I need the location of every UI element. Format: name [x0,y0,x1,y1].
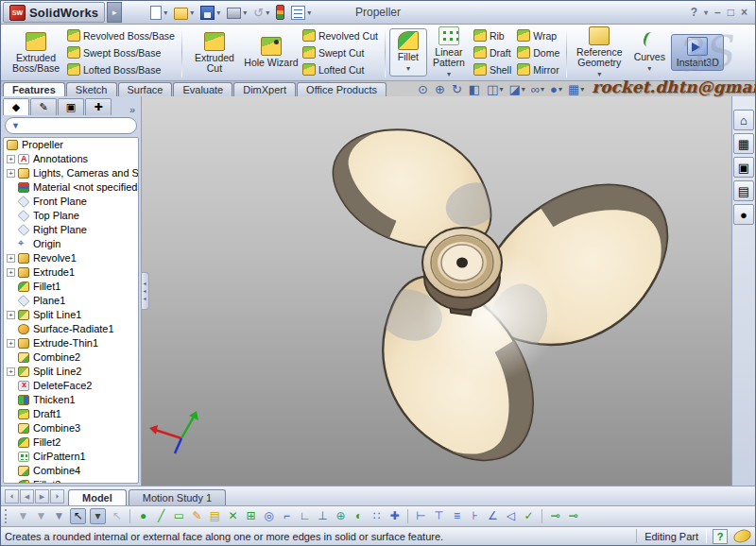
study-tab[interactable]: Motion Study 1 [129,489,226,505]
tree-item[interactable]: Combine3 [4,421,138,435]
sketch-line[interactable]: ╱ [154,509,168,523]
view-palette-icon[interactable]: ▤ [733,180,754,201]
quick-tips-icon[interactable]: ? [713,529,728,544]
options-button[interactable] [274,4,286,21]
command-tab[interactable]: Sketch [66,82,117,96]
instant3d-button[interactable]: Instant3D [671,34,724,71]
tree-item[interactable]: Surface-Radiate1 [4,322,138,336]
curves-dropdown-icon[interactable]: ▾ [647,63,651,74]
properties-button[interactable]: ▾ [289,5,313,21]
smart-dimension[interactable]: ⌐ [280,509,294,523]
command-tab[interactable]: Features [3,82,65,96]
tree-item[interactable]: Propeller [4,138,138,152]
feature-filter-input[interactable]: ▼ [5,117,137,133]
expand-toggle[interactable] [7,254,15,263]
tree-item[interactable]: Annotations [4,152,138,166]
path-dimension[interactable]: ◁ [504,509,518,523]
tree-item[interactable]: DeleteFace2 [4,379,138,393]
extruded-boss-base-button[interactable]: Extruded Boss/Base [8,30,64,76]
display-style-icon[interactable]: ◪ ▾ [508,83,524,95]
tree-item[interactable]: Fillet2 [4,435,138,450]
rib-button[interactable]: Rib [471,27,514,43]
propeller-model[interactable] [142,96,731,486]
sketch-point[interactable]: ● [136,509,150,523]
filter-faces[interactable]: ▼ [52,509,66,523]
command-tab[interactable]: Evaluate [173,82,232,96]
reference-geometry-button[interactable]: Reference Geometry ▾ [571,25,627,81]
expand-toggle[interactable] [7,169,15,178]
tree-item[interactable]: Fillet1 [4,280,138,294]
close-button[interactable]: × [741,6,747,19]
filter-edges[interactable]: ▼ [34,509,48,523]
zoom-to-fit-icon[interactable]: ⊙ [418,83,429,95]
attach-dimension[interactable]: ⊸ [548,509,562,523]
horizontal-dimension[interactable]: ⊢ [414,509,428,523]
offset-entities[interactable]: ◎ [262,509,276,523]
section-view-icon[interactable]: ◧ [469,83,481,95]
revolved-cut-button[interactable]: Revolved Cut [300,27,381,43]
display-relations[interactable]: ⊕ [334,509,348,523]
draft-button[interactable]: Draft [471,44,514,60]
lofted-cut-button[interactable]: Lofted Cut [300,61,381,77]
edit-appearance-icon[interactable]: ● ▾ [550,83,562,95]
new-document-button[interactable]: ▾ [148,5,169,21]
tree-item[interactable]: Revolve1 [4,251,138,265]
angle-dimension[interactable]: ∠ [486,509,500,523]
solidworks-resources-icon[interactable]: ⌂ [733,110,754,130]
save-button[interactable]: ▾ [198,5,222,21]
select-tool[interactable]: ↖ [70,508,86,524]
dropdown-arrow-icon[interactable]: ▾ [216,9,220,17]
detach-dimension[interactable]: ⊸ [566,509,580,523]
add-relation[interactable]: ⊥ [316,509,330,523]
sketch[interactable]: ✎ [190,509,204,523]
command-tab[interactable]: DimXpert [233,82,296,96]
ruler-dimension[interactable]: ∟ [298,509,312,523]
undo-button[interactable]: ↺ ▾ [251,6,271,20]
tree-item[interactable]: Plane1 [4,294,138,308]
fillet-button[interactable]: Fillet ▾ [389,28,427,77]
open-button[interactable]: ▾ [172,5,196,21]
design-library-icon[interactable]: ▦ [733,133,754,154]
featuremanager-tab[interactable]: ◆ [3,98,29,115]
appearances-icon[interactable]: ● [733,204,754,225]
view-orientation-icon[interactable]: ◫ ▾ [487,83,503,95]
expand-toggle[interactable] [7,339,15,348]
move-entities[interactable]: ✚ [387,509,402,523]
tree-item[interactable]: Fillet3 [4,478,138,484]
expand-toggle[interactable] [7,155,15,163]
dropdown-arrow-icon[interactable]: ▾ [307,9,311,17]
swept-boss-base-button[interactable]: Swept Boss/Base [64,44,178,60]
tree-item[interactable]: Origin [4,237,138,251]
tag-icon[interactable] [731,527,752,545]
tree-item[interactable]: Thicken1 [4,393,138,407]
tree-item[interactable]: Extrude-Thin1 [4,336,138,350]
toolbar-grip[interactable] [5,509,10,523]
3d-sketch[interactable]: ▤ [208,509,222,523]
tree-item[interactable]: Lights, Cameras and Scene [4,166,138,180]
revolved-boss-base-button[interactable]: Revolved Boss/Base [64,27,178,43]
study-nav-button[interactable]: ◀ [20,489,34,503]
expand-toggle[interactable] [7,268,15,277]
fillet-dropdown-icon[interactable]: ▾ [406,63,410,74]
expand-toggle[interactable] [7,311,15,319]
configurationmanager-tab[interactable]: ▣ [58,98,84,115]
sketch-rectangle[interactable]: ▭ [172,509,186,523]
linear-pattern-button[interactable]: Linear Pattern ▾ [427,25,471,81]
tree-item[interactable]: Extrude1 [4,265,138,280]
lofted-boss-base-button[interactable]: Lofted Boss/Base [64,61,178,77]
tree-item[interactable]: Top Plane [4,209,138,223]
menu-flyout-arrow[interactable]: ▸ [107,2,122,23]
convert-entities[interactable]: ⊞ [244,509,258,523]
solidworks-menu-badge[interactable]: SW SolidWorks [3,2,105,23]
panel-overflow-chevron[interactable]: » [129,104,139,115]
curves-button[interactable]: Curves ▾ [627,29,671,76]
study-nav-button[interactable]: ▶ [35,489,49,503]
swept-cut-button[interactable]: Swept Cut [300,44,381,60]
propertymanager-tab[interactable]: ✎ [30,98,57,115]
apply-scene-icon[interactable]: ▦ ▾ [568,83,584,95]
linear-pattern-dropdown-icon[interactable]: ▾ [447,69,451,79]
graphics-viewport[interactable]: ◂◂◂ [142,96,731,486]
tree-item[interactable]: Material <not specified> [4,180,138,195]
baseline-dimension[interactable]: ≡ [450,509,464,523]
dropdown-arrow-icon[interactable]: ▾ [190,9,194,17]
